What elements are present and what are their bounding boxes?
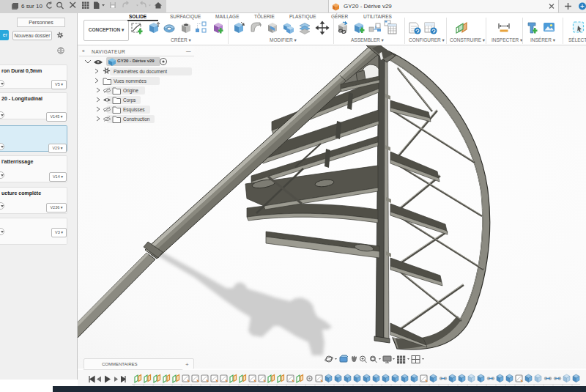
svg-text:6 sur 10: 6 sur 10 (21, 3, 42, 10)
